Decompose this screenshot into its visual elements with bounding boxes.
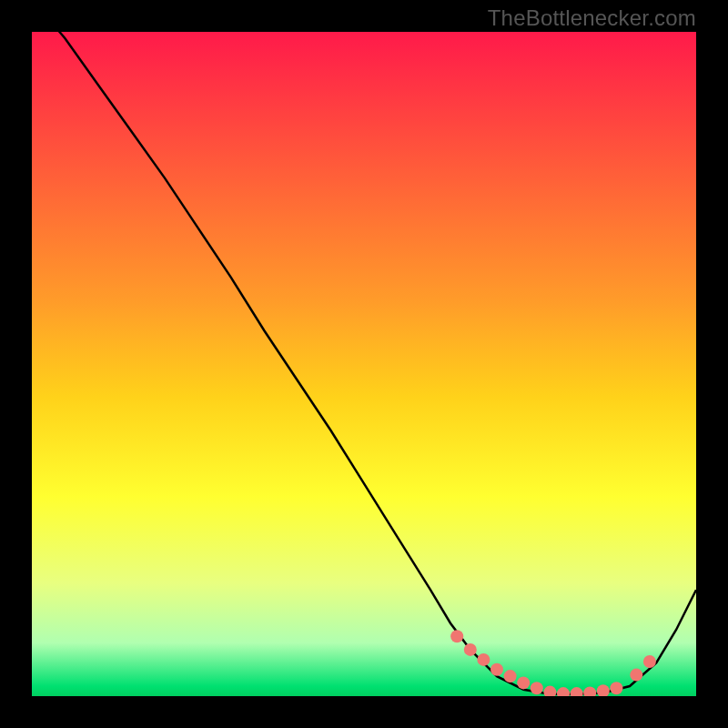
marker-dot (610, 682, 622, 694)
marker-dot (450, 630, 463, 642)
marker-dot (630, 669, 642, 682)
marker-dot (464, 643, 477, 656)
chart-svg (32, 32, 696, 696)
marker-dot (490, 663, 503, 676)
chart-frame: TheBottlenecker.com (0, 0, 728, 728)
marker-dot (643, 655, 656, 668)
marker-dot (477, 653, 490, 666)
marker-dot (531, 682, 543, 694)
marker-dot (517, 676, 530, 689)
source-credit: TheBottlenecker.com (488, 5, 696, 31)
marker-dot (504, 670, 517, 682)
plot-area (32, 32, 696, 696)
